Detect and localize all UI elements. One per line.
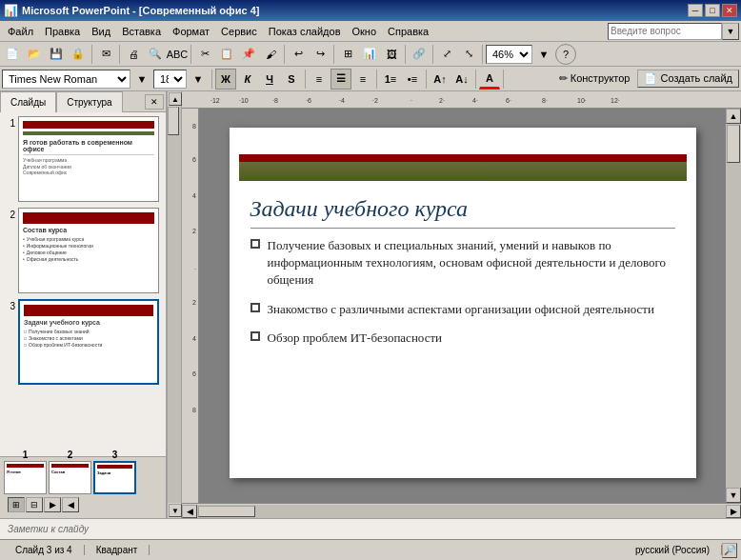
nav-slide-3[interactable]: Задачи: [93, 461, 136, 494]
align-left[interactable]: ≡: [309, 69, 330, 90]
nav-slide-2[interactable]: Состав: [49, 461, 91, 494]
main-area: Слайды Структура ✕ 1 Я готов работать в …: [0, 91, 741, 518]
save-button[interactable]: 💾: [46, 44, 67, 65]
bullets-button[interactable]: •≡: [402, 69, 423, 90]
nav-slides-group: 1 Я готов 2 Состав: [4, 461, 136, 494]
status-icon[interactable]: 🔎: [722, 543, 737, 558]
insert-table[interactable]: ⊞: [337, 44, 358, 65]
scroll-up-arrow[interactable]: ▲: [169, 92, 182, 106]
cut-button[interactable]: ✂: [194, 44, 215, 65]
menu-view[interactable]: Вид: [86, 24, 116, 39]
slide-preview-2[interactable]: Состав курса •Учебная программа курса •И…: [18, 208, 159, 293]
menu-format[interactable]: Формат: [167, 24, 215, 39]
nav-slide-1[interactable]: Я готов: [4, 461, 47, 494]
numbering-button[interactable]: 1≡: [380, 69, 401, 90]
italic-button[interactable]: К: [237, 69, 258, 90]
scroll-thumb[interactable]: [168, 107, 179, 135]
size-dropdown[interactable]: ▼: [188, 69, 209, 90]
new-button[interactable]: 📄: [2, 44, 23, 65]
tab-structure[interactable]: Структура: [56, 91, 122, 112]
slide-main-title: Задачи учебного курса: [250, 196, 675, 229]
menu-insert[interactable]: Вставка: [116, 24, 167, 39]
scroll-down-arrow[interactable]: ▼: [169, 504, 182, 517]
menu-slideshow[interactable]: Показ слайдов: [263, 24, 347, 39]
rl-8b: 8: [192, 407, 196, 413]
slideshow-btn[interactable]: ▶: [44, 497, 61, 512]
open-button[interactable]: 📂: [24, 44, 45, 65]
slide-content[interactable]: Задачи учебного курса Получение базовых …: [230, 128, 696, 478]
help-search-input[interactable]: [608, 23, 722, 40]
panel-close-btn[interactable]: ✕: [145, 94, 164, 110]
normal-view-btn[interactable]: ⊞: [8, 497, 25, 512]
email-button[interactable]: ✉: [95, 44, 116, 65]
insert-clip[interactable]: 🖼: [381, 44, 402, 65]
left-panel-scroll: ▲ ▼: [167, 91, 182, 518]
sep8: [482, 45, 483, 64]
scroll-bottom-arrow[interactable]: ▼: [726, 488, 741, 503]
rl-2: 2: [192, 228, 196, 234]
format-painter[interactable]: 🖌: [260, 44, 281, 65]
menu-edit[interactable]: Правка: [39, 24, 86, 39]
size-selector[interactable]: 18: [153, 70, 187, 89]
search-button[interactable]: ▼: [722, 23, 739, 40]
menu-file[interactable]: Файл: [2, 24, 39, 39]
redo-button[interactable]: ↪: [310, 44, 330, 65]
font-color[interactable]: A: [479, 69, 500, 90]
designer-button[interactable]: ✏ Конструктор: [553, 70, 636, 87]
status-bar: Слайд 3 из 4 Квадрант русский (Россия) 🔎: [0, 539, 741, 560]
h-scroll-thumb[interactable]: [198, 506, 255, 517]
slide-thumb-3[interactable]: 3 Задачи учебного курса □Получение базов…: [4, 299, 162, 385]
expand-button[interactable]: ⤢: [436, 44, 457, 65]
slide-sorter-btn[interactable]: ⊟: [26, 497, 43, 512]
status-lang: русский (Россия): [624, 545, 722, 555]
zoom-combo[interactable]: 46%: [486, 45, 532, 64]
slide1-header: [23, 121, 154, 129]
slide-canvas[interactable]: Задачи учебного курса Получение базовых …: [199, 109, 726, 503]
slide-preview-3[interactable]: Задачи учебного курса □Получение базовых…: [18, 299, 159, 385]
menu-window[interactable]: Окно: [347, 24, 383, 39]
ruler-mark-10r: 10·: [577, 97, 587, 104]
underline-button[interactable]: Ч: [259, 69, 280, 90]
font-dropdown[interactable]: ▼: [131, 69, 152, 90]
scroll-top-arrow[interactable]: ▲: [726, 109, 741, 124]
preview-button[interactable]: 🔍: [145, 44, 166, 65]
slide-thumb-1[interactable]: 1 Я готов работать в современном офисе У…: [4, 116, 162, 202]
menu-help[interactable]: Справка: [382, 24, 434, 39]
copy-button[interactable]: 📋: [216, 44, 237, 65]
increase-font[interactable]: A↑: [430, 69, 451, 90]
right-scroll-track[interactable]: [726, 124, 741, 488]
collapse-button[interactable]: ⤡: [458, 44, 479, 65]
scroll-left-arrow[interactable]: ◀: [182, 505, 197, 518]
font-selector[interactable]: Times New Roman: [2, 70, 130, 89]
notes-label[interactable]: Заметки к слайду: [0, 524, 741, 534]
shadow-button[interactable]: S: [281, 69, 302, 90]
close-button[interactable]: ✕: [722, 4, 737, 17]
bold-button[interactable]: Ж: [215, 69, 236, 90]
permission-button[interactable]: 🔒: [68, 44, 89, 65]
h-scroll-track[interactable]: [197, 505, 726, 518]
scroll-right-arrow[interactable]: ▶: [726, 505, 741, 518]
menu-bar: Файл Правка Вид Вставка Формат Сервис По…: [0, 21, 741, 42]
slide-thumb-2[interactable]: 2 Состав курса •Учебная программа курса …: [4, 208, 162, 293]
right-scroll-thumb[interactable]: [727, 125, 740, 163]
undo-button[interactable]: ↩: [288, 44, 309, 65]
paste-button[interactable]: 📌: [238, 44, 259, 65]
align-center[interactable]: ☰: [330, 69, 351, 90]
minimize-button[interactable]: ─: [688, 4, 703, 17]
ruler-mark-2r: 2·: [439, 97, 445, 104]
create-slide-button[interactable]: 📄 Создать слайд: [637, 70, 739, 88]
insert-chart[interactable]: 📊: [359, 44, 380, 65]
decrease-font[interactable]: A↓: [451, 69, 472, 90]
menu-tools[interactable]: Сервис: [215, 24, 263, 39]
align-right[interactable]: ≡: [352, 69, 373, 90]
spellcheck-button[interactable]: ABC: [167, 44, 188, 65]
help-button[interactable]: ?: [555, 44, 576, 65]
slide-preview-1[interactable]: Я готов работать в современном офисе Уче…: [18, 116, 159, 202]
ruler-mark-12r: 12·: [611, 97, 620, 104]
prev-scroll-btn[interactable]: ◀: [62, 497, 79, 512]
zoom-dropdown[interactable]: ▼: [533, 44, 554, 65]
maximize-button[interactable]: □: [705, 4, 720, 17]
tab-slides[interactable]: Слайды: [0, 91, 56, 112]
hyperlink-button[interactable]: 🔗: [409, 44, 430, 65]
print-button[interactable]: 🖨: [123, 44, 144, 65]
